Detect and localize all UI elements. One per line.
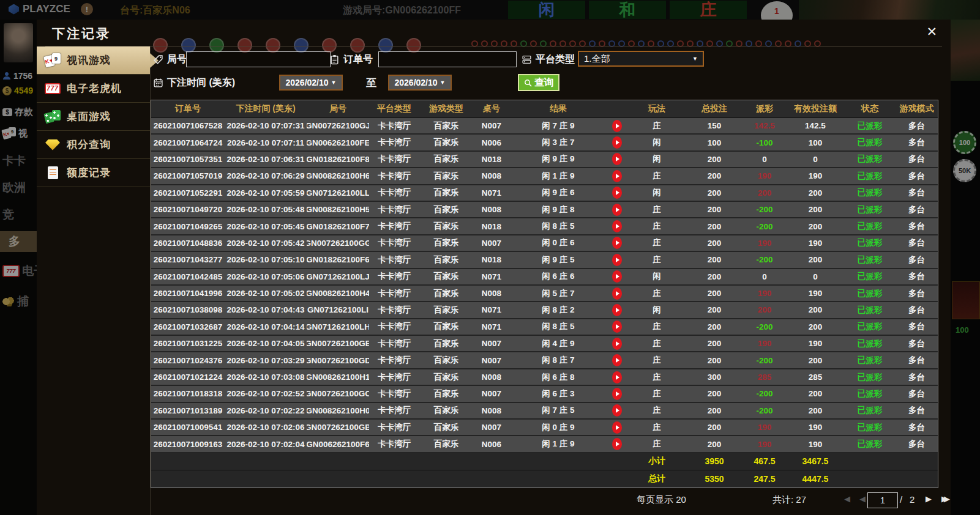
replay-icon[interactable] bbox=[612, 371, 622, 383]
mode-cell: 多台 bbox=[896, 237, 938, 248]
last-page-icon[interactable]: ▶▶ bbox=[941, 494, 946, 503]
bet-cell: 200 bbox=[686, 440, 742, 449]
table-no-cell: N071 bbox=[473, 188, 510, 198]
payout-cell: -200 bbox=[742, 255, 787, 264]
search-button[interactable]: 查询 bbox=[518, 74, 559, 91]
replay-icon[interactable] bbox=[612, 287, 622, 300]
replay-icon[interactable] bbox=[612, 170, 622, 182]
replay-icon[interactable] bbox=[612, 254, 622, 266]
payout-cell: -100 bbox=[742, 138, 787, 147]
replay-icon[interactable] bbox=[612, 270, 622, 283]
status-cell: 已派彩 bbox=[844, 271, 896, 282]
order-cell: 260210071043277 bbox=[151, 255, 225, 264]
replay-cell bbox=[607, 320, 627, 333]
per-page-label[interactable]: 每页显示 20 bbox=[637, 494, 686, 506]
replay-icon[interactable] bbox=[612, 204, 622, 216]
replay-icon[interactable] bbox=[612, 304, 622, 316]
header-platform: 平台类型 bbox=[369, 103, 419, 114]
total-valid-bet: 4447.5 bbox=[787, 474, 844, 484]
valid-bet-cell: 200 bbox=[787, 188, 844, 198]
time-cell: 2026-02-10 07:04:14 bbox=[225, 322, 307, 332]
valid-bet-cell: 200 bbox=[787, 356, 844, 365]
mode-cell: 多台 bbox=[896, 321, 938, 332]
menu-item-table-games[interactable]: 桌面游戏 bbox=[37, 103, 150, 131]
replay-cell bbox=[607, 338, 627, 350]
valid-bet-cell: 190 bbox=[787, 239, 844, 248]
prev-page-icon[interactable]: ◀ bbox=[859, 494, 866, 503]
replay-icon[interactable] bbox=[612, 320, 622, 333]
time-cell: 2026-02-10 07:06:29 bbox=[225, 171, 307, 180]
date-to-select[interactable]: 2026/02/10 ▼ bbox=[388, 75, 452, 91]
round-no-input[interactable] bbox=[186, 51, 331, 67]
order-cell: 260210071013189 bbox=[151, 406, 225, 415]
table-no-cell: N007 bbox=[473, 239, 510, 248]
replay-icon[interactable] bbox=[612, 338, 622, 350]
replay-cell bbox=[607, 136, 627, 149]
bet-records-dialog: 下注记录 ✕ K♥9 视讯游戏 777 电子老虎机 桌面游戏 积分查 bbox=[37, 20, 951, 515]
result-cell: 闲 6 庄 3 bbox=[510, 388, 607, 399]
game-type-cell: 百家乐 bbox=[419, 439, 473, 450]
date-from-select[interactable]: 2026/02/10 ▼ bbox=[279, 75, 343, 91]
menu-item-credit-records[interactable]: 额度记录 bbox=[37, 159, 150, 187]
replay-icon[interactable] bbox=[612, 187, 622, 199]
mode-cell: 多台 bbox=[896, 221, 938, 232]
table-row: 2602100710522912026-02-10 07:05:59GN0712… bbox=[151, 185, 938, 202]
replay-icon[interactable] bbox=[612, 354, 622, 366]
result-cell: 闲 6 庄 6 bbox=[510, 271, 607, 282]
dialog-title: 下注记录 bbox=[52, 25, 111, 42]
next-page-icon[interactable]: ▶ bbox=[926, 494, 932, 503]
replay-icon[interactable] bbox=[612, 136, 622, 149]
header-payout: 派彩 bbox=[742, 103, 787, 114]
round-cell: GN008262100H1 bbox=[307, 372, 369, 382]
platform-type-label: 平台类型 bbox=[522, 51, 575, 67]
status-cell: 已派彩 bbox=[844, 372, 896, 383]
table-row: 2602100710488362026-02-10 07:05:42GN0072… bbox=[151, 235, 938, 252]
total-count-label: 共计: 27 bbox=[772, 494, 806, 506]
first-page-icon[interactable]: ◀ bbox=[844, 494, 850, 503]
platform-type-select[interactable]: 1.全部 ▼ bbox=[578, 51, 704, 67]
order-cell: 260210071057019 bbox=[151, 171, 225, 180]
replay-icon[interactable] bbox=[612, 438, 622, 450]
replay-icon[interactable] bbox=[612, 421, 622, 434]
mode-cell: 多台 bbox=[896, 338, 938, 349]
total-row: 总计 5350 247.5 4447.5 bbox=[151, 471, 938, 487]
replay-icon[interactable] bbox=[612, 120, 622, 132]
time-cell: 2026-02-10 07:02:06 bbox=[225, 423, 307, 432]
result-cell: 闲 9 庄 9 bbox=[510, 154, 607, 165]
table-no-cell: N007 bbox=[473, 339, 510, 348]
play-cell: 庄 bbox=[627, 355, 686, 366]
result-cell: 闲 6 庄 8 bbox=[510, 372, 607, 383]
platform-type-value: 1.全部 bbox=[584, 53, 610, 65]
menu-item-slots[interactable]: 777 电子老虎机 bbox=[37, 75, 150, 103]
status-cell: 已派彩 bbox=[844, 171, 896, 182]
table-no-cell: N018 bbox=[473, 155, 510, 164]
order-cell: 260210071057351 bbox=[151, 155, 225, 164]
round-cell: GN008262100H4 bbox=[307, 289, 369, 298]
replay-icon[interactable] bbox=[612, 153, 622, 165]
time-cell: 2026-02-10 07:05:48 bbox=[225, 205, 307, 214]
time-cell: 2026-02-10 07:05:42 bbox=[225, 239, 307, 248]
round-cell: GN007262100GB bbox=[307, 423, 369, 432]
replay-icon[interactable] bbox=[612, 404, 622, 417]
page-separator: / bbox=[900, 494, 902, 505]
order-no-input[interactable] bbox=[378, 51, 517, 67]
platform-list-icon bbox=[522, 54, 532, 65]
status-cell: 已派彩 bbox=[844, 321, 896, 332]
replay-icon[interactable] bbox=[612, 220, 622, 232]
close-icon[interactable]: ✕ bbox=[926, 24, 937, 39]
table-row: 2602100710326872026-02-10 07:04:14GN0712… bbox=[151, 319, 938, 336]
page-number-input[interactable] bbox=[867, 492, 898, 508]
replay-icon[interactable] bbox=[612, 237, 622, 249]
payout-cell: 190 bbox=[742, 289, 787, 298]
play-cell: 闲 bbox=[627, 154, 686, 165]
table-row: 2602100710424852026-02-10 07:05:06GN0712… bbox=[151, 269, 938, 286]
status-cell: 已派彩 bbox=[844, 154, 896, 165]
play-cell: 庄 bbox=[627, 388, 686, 399]
menu-item-points-query[interactable]: 积分查询 bbox=[37, 131, 150, 159]
replay-icon[interactable] bbox=[612, 388, 622, 400]
platform-cell: 卡卡湾厅 bbox=[369, 271, 419, 282]
menu-item-video-games[interactable]: K♥9 视讯游戏 bbox=[37, 46, 150, 75]
replay-cell bbox=[607, 120, 627, 132]
bet-records-table: 订单号 下注时间 (美东) 局号 平台类型 游戏类型 桌号 结果 玩法 总投注 … bbox=[151, 100, 938, 488]
round-cell: GN007262100GG bbox=[307, 239, 369, 248]
